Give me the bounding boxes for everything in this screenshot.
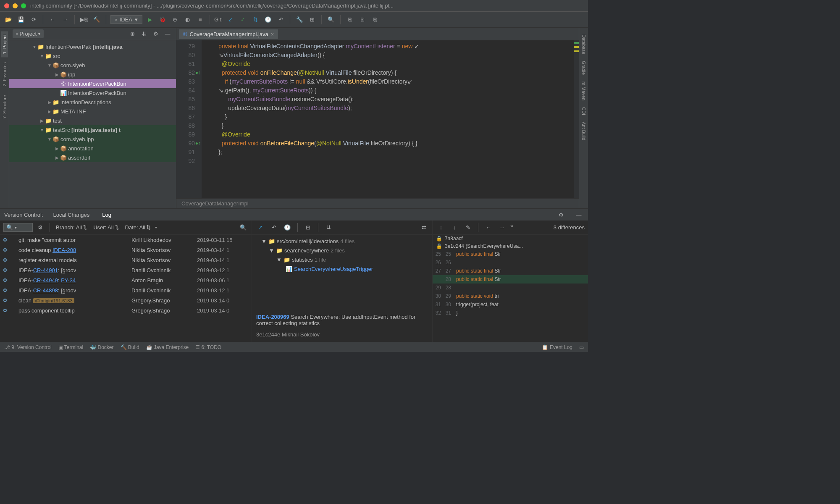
breadcrumb[interactable]: CoverageDataManagerImpl (176, 198, 579, 208)
branch-filter[interactable]: Branch: All⇅ (54, 224, 89, 231)
left-strip-tab[interactable]: 1: Project (1, 31, 8, 57)
left-strip-tab[interactable]: 7: Structure (1, 92, 8, 122)
commit-list[interactable]: git: make "commit autorKirill Likhodedov… (0, 235, 252, 342)
tree-row[interactable]: ▼📁src (9, 51, 176, 60)
tree-row[interactable]: ©IntentionPowerPackBun (9, 79, 176, 88)
project-view-selector[interactable]: ▫Project▾ (13, 29, 44, 38)
cherry-pick-icon[interactable]: ↗ (255, 223, 265, 233)
commit-row[interactable]: IDEA-CR-44901: [groovDaniil Ovchinnik201… (0, 265, 252, 275)
group-icon[interactable]: ⊞ (303, 223, 313, 233)
tree-row[interactable]: ▶📦ipp (9, 70, 176, 79)
commit-row[interactable]: pass component tooltipGregory.Shrago2019… (0, 305, 252, 315)
error-stripe[interactable] (574, 40, 579, 198)
tree-row[interactable]: ▶📦annotation (9, 144, 176, 153)
file-row[interactable]: ▼ 📁 searcheverywhere 2 files (254, 246, 430, 255)
git-compare-icon[interactable]: ⇅ (250, 15, 260, 25)
footer-button[interactable]: 🔨 Build (121, 344, 139, 350)
save-icon[interactable]: 💾 (16, 15, 26, 25)
open-icon[interactable]: 📂 (3, 15, 13, 25)
refresh-icon[interactable]: ⟳ (29, 15, 39, 25)
editor-tab[interactable]: © CoverageDataManagerImpl.java × (179, 29, 278, 39)
git-commit-icon[interactable]: ✓ (238, 15, 248, 25)
edit-icon[interactable]: ✎ (463, 223, 473, 233)
build-icon[interactable]: 🔨 (92, 15, 102, 25)
run-config-selector[interactable]: ▫IDEA▾ (110, 15, 142, 24)
left-strip-tab[interactable]: 2: Favorites (1, 59, 8, 89)
right-strip-tab[interactable]: Database (580, 31, 587, 58)
git-history-icon[interactable]: 🕐 (263, 15, 273, 25)
hide-icon[interactable]: — (163, 29, 173, 39)
maximize-window[interactable] (21, 3, 26, 8)
stop-icon[interactable]: ■ (195, 15, 205, 25)
log-search-icon[interactable]: 🔍 (238, 223, 248, 233)
compile-icon[interactable]: ▶⎘ (79, 15, 89, 25)
git-revert-icon[interactable]: ↶ (276, 15, 286, 25)
prev-diff-icon[interactable]: ↑ (436, 223, 446, 233)
right-strip-tab[interactable]: Ant Build (580, 118, 587, 144)
next-file-icon[interactable]: → (497, 223, 507, 233)
right-strip-tab[interactable]: m Maven (580, 78, 587, 104)
next-diff-icon[interactable]: ↓ (449, 223, 459, 233)
tree-row[interactable]: ▼📁IntentionPowerPak [intellij.java (9, 42, 176, 51)
event-log-button[interactable]: 📋 Event Log (542, 344, 572, 350)
git-update-icon[interactable]: ↙ (225, 15, 235, 25)
log-search-input[interactable]: 🔍▾ (3, 223, 33, 232)
footer-button[interactable]: 🐳 Docker (90, 344, 113, 350)
undo-icon[interactable]: ↶ (269, 223, 279, 233)
file-row[interactable]: 📊 SearchEverywhereUsageTrigger (254, 264, 430, 273)
vc-gear-icon[interactable]: ⚙ (556, 210, 566, 220)
settings-icon[interactable]: 🔧 (294, 15, 304, 25)
file-row[interactable]: ▼ 📁 statistics 1 file (254, 255, 430, 264)
profile-icon[interactable]: ◐ (183, 15, 193, 25)
editor-content[interactable]: private final VirtualFileContentsChanged… (202, 40, 574, 198)
tree-row[interactable]: ▼📦com.siyeh.ipp (9, 134, 176, 144)
right-strip-tab[interactable]: CDI (580, 104, 587, 118)
footer-button[interactable]: ⎇ 9: Version Control (4, 344, 52, 350)
forward-icon[interactable]: → (60, 15, 70, 25)
gear-icon[interactable]: ⚙ (151, 29, 161, 39)
tree-row[interactable]: ▶📁intentionDescriptions (9, 97, 176, 107)
tree-row[interactable]: ▼📁testSrc [intellij.java.tests] t (9, 125, 176, 134)
search-icon[interactable]: 🔍 (326, 15, 336, 25)
log-gear-icon[interactable]: ⚙ (35, 223, 45, 233)
footer-button[interactable]: ☰ 6: TODO (195, 344, 221, 350)
commit-row[interactable]: IDEA-CR-44949: PY-34Anton Bragin2019-03-… (0, 275, 252, 285)
close-tab-icon[interactable]: × (271, 31, 274, 37)
minimize-window[interactable] (13, 3, 18, 8)
user-filter[interactable]: User: All⇅ (92, 224, 121, 231)
tree-row[interactable]: ▶📁META-INF (9, 107, 176, 116)
commit-row[interactable]: git: make "commit autorKirill Likhodedov… (0, 235, 252, 245)
status-indicator[interactable]: ▭ (579, 344, 584, 350)
debug-icon[interactable]: 🐞 (158, 15, 168, 25)
collapse-icon[interactable]: ⇊ (139, 29, 149, 39)
run-icon[interactable]: ▶ (145, 15, 155, 25)
tree-row[interactable]: ▶📦asserttoif (9, 153, 176, 162)
scroll-source-icon[interactable]: ⊕ (127, 29, 137, 39)
action2-icon[interactable]: ⎘ (357, 15, 368, 25)
tree-row[interactable]: ▼📦com.siyeh (9, 60, 176, 70)
tab-log[interactable]: Log (100, 210, 114, 220)
file-row[interactable]: ▼ 📁 src/com/intellij/ide/actions 4 files (254, 236, 430, 246)
commit-row[interactable]: clean 🏷 origin/191.6183Gregory.Shrago201… (0, 295, 252, 305)
project-tree[interactable]: ▼📁IntentionPowerPak [intellij.java▼📁src▼… (9, 40, 176, 208)
date-filter[interactable]: Date: All⇅ (123, 224, 152, 231)
close-window[interactable] (4, 3, 9, 8)
prev-file-icon[interactable]: ← (483, 223, 494, 233)
footer-button[interactable]: ▣ Terminal (58, 344, 83, 350)
tree-row[interactable]: 📊IntentionPowerPackBun (9, 88, 176, 97)
expand-icon[interactable]: ⇊ (323, 223, 333, 233)
clock-icon[interactable]: 🕐 (282, 223, 292, 233)
vc-hide-icon[interactable]: — (574, 210, 584, 220)
commit-row[interactable]: register external modelsNikita Skvortsov… (0, 255, 252, 265)
editor-gutter[interactable]: 79808182●↑8384858687888990●↑9192 (176, 40, 202, 198)
right-strip-tab[interactable]: Gradle (580, 58, 587, 78)
commit-row[interactable]: IDEA-CR-44898: [groovDaniil Ovchinnik201… (0, 285, 252, 295)
commit-row[interactable]: code cleanup IDEA-208Nikita Skvortsov201… (0, 245, 252, 255)
tab-local-changes[interactable]: Local Changes (51, 210, 92, 220)
action3-icon[interactable]: ⎘ (370, 15, 380, 25)
coverage-icon[interactable]: ⊕ (170, 15, 180, 25)
tree-row[interactable]: ▶📁test (9, 116, 176, 125)
files-tree[interactable]: ▼ 📁 src/com/intellij/ide/actions 4 files… (252, 235, 432, 310)
diff-icon[interactable]: ⇄ (419, 223, 429, 233)
footer-button[interactable]: ☕ Java Enterprise (146, 344, 189, 350)
